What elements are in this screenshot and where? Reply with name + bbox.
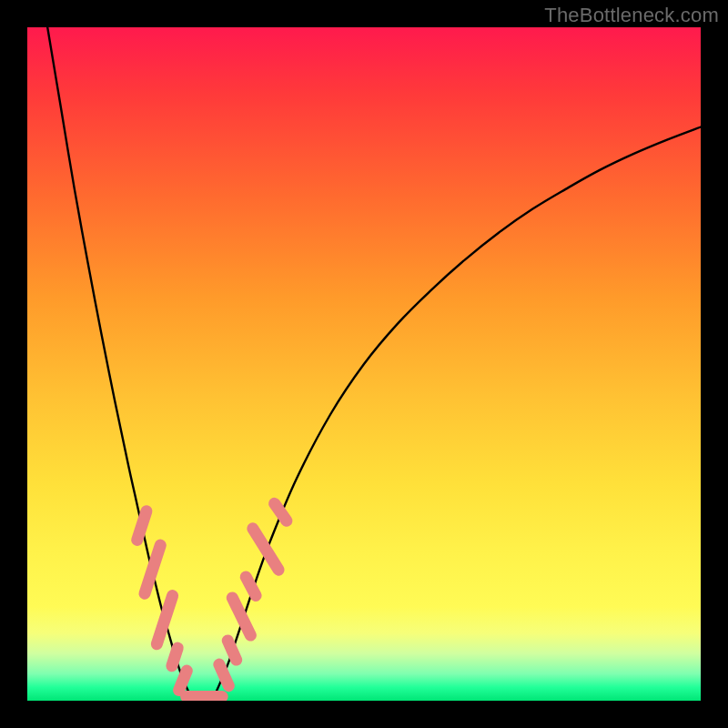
marker-bead: [149, 588, 180, 652]
marker-bead: [245, 521, 287, 578]
marker-bead: [238, 569, 263, 603]
curve-layer: [27, 27, 701, 701]
marker-bead: [193, 691, 228, 701]
marker-bead: [129, 504, 154, 548]
chart-frame: TheBottleneck.com: [0, 0, 728, 728]
marker-bead: [137, 538, 168, 602]
plot-area: [27, 27, 701, 701]
marker-beads: [129, 495, 294, 701]
watermark-text: TheBottleneck.com: [544, 4, 719, 27]
curve-right-branch: [216, 127, 701, 693]
marker-bead: [267, 495, 295, 529]
